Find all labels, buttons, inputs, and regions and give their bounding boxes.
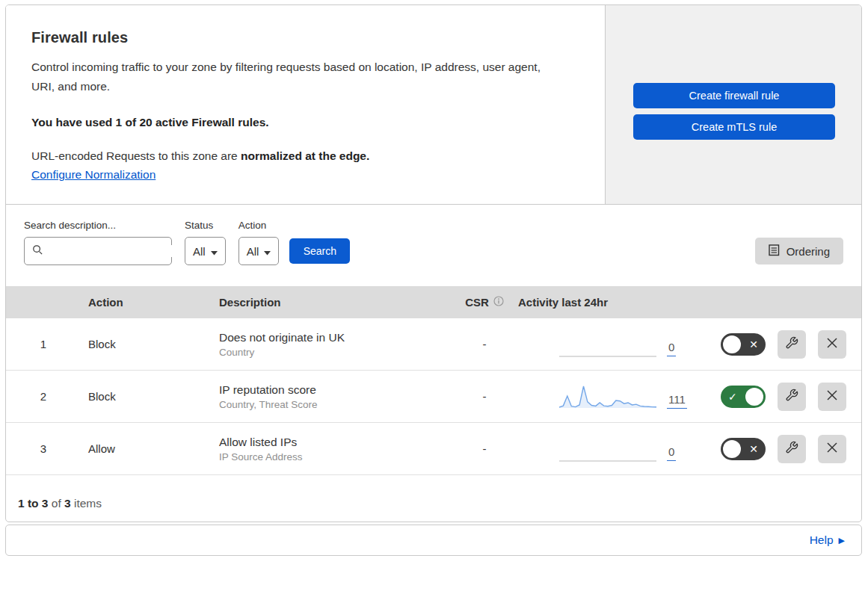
wrench-icon — [785, 389, 798, 404]
toggle-knob — [723, 440, 741, 458]
activity-sparkline — [559, 331, 656, 358]
help-link-label: Help — [810, 533, 834, 547]
rule-description-cell: IP reputation score Country, Threat Scor… — [212, 383, 451, 410]
rule-enabled-toggle[interactable]: ✕ — [721, 438, 766, 460]
filter-bar: Search description... Status All Action — [6, 205, 861, 286]
summary-range: 1 to 3 — [18, 497, 48, 510]
status-dropdown[interactable]: All — [185, 237, 226, 265]
usage-summary: You have used 1 of 20 active Firewall ru… — [31, 116, 575, 129]
summary-of: of — [48, 497, 64, 510]
help-bar: Help ▶ — [5, 525, 862, 556]
delete-rule-button[interactable] — [818, 435, 846, 463]
chevron-down-icon — [264, 245, 271, 258]
chevron-down-icon — [211, 245, 218, 258]
status-filter-group: Status All — [185, 220, 226, 265]
rule-fields: Country — [219, 347, 451, 358]
configure-normalization-link[interactable]: Configure Normalization — [31, 168, 156, 182]
rule-action: Allow — [81, 442, 212, 455]
close-icon — [826, 442, 838, 456]
rule-action: Block — [81, 390, 212, 403]
close-icon — [826, 389, 838, 403]
action-label: Action — [238, 220, 280, 231]
status-label: Status — [185, 220, 226, 231]
rule-description-cell: Allow listed IPs IP Source Address — [212, 436, 451, 462]
action-dropdown[interactable]: All — [238, 237, 280, 265]
rule-controls: ✕ — [694, 435, 861, 463]
intro-text-panel: Firewall rules Control incoming traffic … — [6, 5, 605, 204]
ordering-button[interactable]: Ordering — [755, 238, 843, 264]
col-description: Description — [212, 296, 451, 309]
summary-total: 3 — [64, 497, 71, 510]
col-csr: CSR — [451, 296, 518, 309]
rule-number: 2 — [6, 390, 81, 403]
toggle-state-icon: ✕ — [749, 338, 758, 349]
rule-activity-cell: 0 — [518, 436, 694, 462]
arrow-right-icon: ▶ — [839, 536, 845, 545]
normalization-note: URL-encoded Requests to this zone are no… — [31, 149, 575, 163]
toggle-state-icon: ✕ — [749, 443, 758, 454]
intro-section: Firewall rules Control incoming traffic … — [6, 5, 861, 205]
rule-enabled-toggle[interactable]: ✕ — [721, 333, 766, 356]
actions-panel: Create firewall rule Create mTLS rule — [605, 5, 861, 204]
search-group: Search description... — [24, 220, 172, 265]
rule-controls: ✓ — [694, 383, 861, 411]
page-title: Firewall rules — [31, 29, 575, 46]
wrench-icon — [785, 336, 798, 352]
rule-number: 1 — [6, 338, 81, 350]
edit-rule-button[interactable] — [778, 330, 806, 359]
search-icon — [32, 244, 43, 259]
action-dropdown-value: All — [247, 245, 259, 258]
info-icon[interactable] — [493, 296, 504, 309]
help-link[interactable]: Help ▶ — [810, 533, 845, 547]
toggle-knob — [723, 335, 741, 353]
normalization-prefix: URL-encoded Requests to this zone are — [31, 149, 241, 162]
table-row: 2 Block IP reputation score Country, Thr… — [6, 371, 861, 423]
wrench-icon — [785, 441, 798, 457]
search-label: Search description... — [24, 220, 172, 231]
summary-items: items — [71, 497, 102, 510]
action-filter-group: Action All — [238, 220, 280, 265]
rule-csr: - — [451, 442, 518, 455]
ordering-button-label: Ordering — [787, 245, 830, 258]
create-mtls-rule-button[interactable]: Create mTLS rule — [633, 114, 835, 140]
col-action: Action — [81, 296, 212, 309]
rule-action: Block — [81, 338, 212, 350]
rule-enabled-toggle[interactable]: ✓ — [721, 386, 766, 408]
rule-controls: ✕ — [694, 330, 861, 359]
rule-csr: - — [451, 338, 518, 350]
close-icon — [826, 337, 838, 351]
rule-activity-cell: 0 — [518, 331, 694, 358]
status-dropdown-value: All — [193, 245, 206, 258]
toggle-state-icon: ✓ — [728, 391, 737, 401]
activity-count-link[interactable]: 111 — [667, 393, 687, 409]
edit-rule-button[interactable] — [778, 435, 806, 463]
page: Firewall rules Control incoming traffic … — [0, 0, 868, 560]
activity-sparkline — [559, 383, 656, 410]
rule-fields: Country, Threat Score — [219, 399, 451, 410]
activity-count-link[interactable]: 0 — [667, 341, 676, 356]
search-input[interactable] — [49, 245, 185, 257]
rule-csr: - — [451, 390, 518, 403]
rule-number: 3 — [6, 442, 81, 455]
rule-description: IP reputation score — [219, 383, 451, 397]
table-header: Action Description CSR Activity last 24h… — [6, 286, 861, 318]
ordering-icon — [769, 244, 780, 259]
rule-description: Allow listed IPs — [219, 436, 451, 449]
normalization-bold: normalized at the edge. — [241, 149, 369, 162]
table-row: 1 Block Does not originate in UK Country… — [6, 318, 861, 371]
rule-activity-cell: 111 — [518, 383, 694, 410]
edit-rule-button[interactable] — [778, 383, 806, 411]
activity-count-link[interactable]: 0 — [667, 445, 676, 461]
firewall-rules-card: Firewall rules Control incoming traffic … — [5, 4, 862, 522]
rule-description: Does not originate in UK — [219, 331, 451, 344]
rule-fields: IP Source Address — [219, 451, 451, 462]
delete-rule-button[interactable] — [818, 383, 846, 411]
search-button[interactable]: Search — [289, 238, 350, 264]
rule-description-cell: Does not originate in UK Country — [212, 331, 451, 358]
toggle-knob — [745, 388, 763, 406]
activity-sparkline — [559, 436, 656, 462]
col-csr-label: CSR — [465, 296, 489, 309]
delete-rule-button[interactable] — [818, 330, 846, 359]
intro-description: Control incoming traffic to your zone by… — [31, 58, 562, 96]
create-firewall-rule-button[interactable]: Create firewall rule — [633, 83, 835, 108]
